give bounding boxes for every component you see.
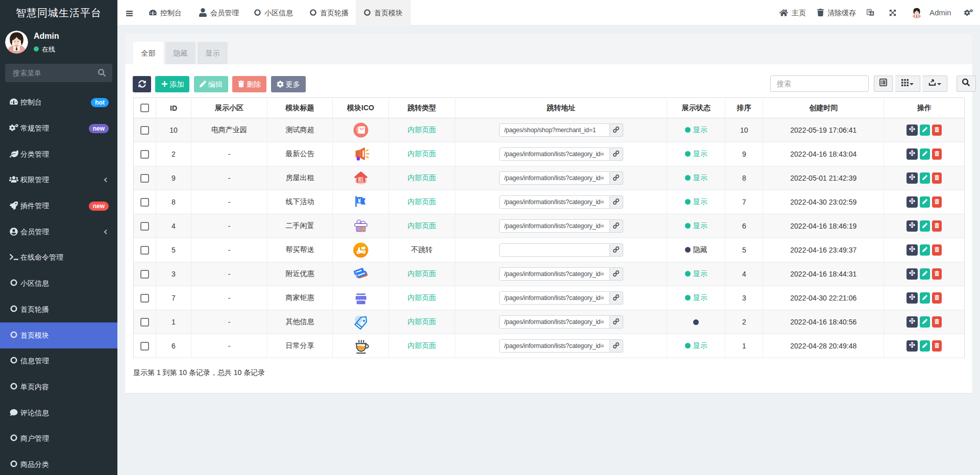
svg-text:租: 租 <box>357 176 364 183</box>
